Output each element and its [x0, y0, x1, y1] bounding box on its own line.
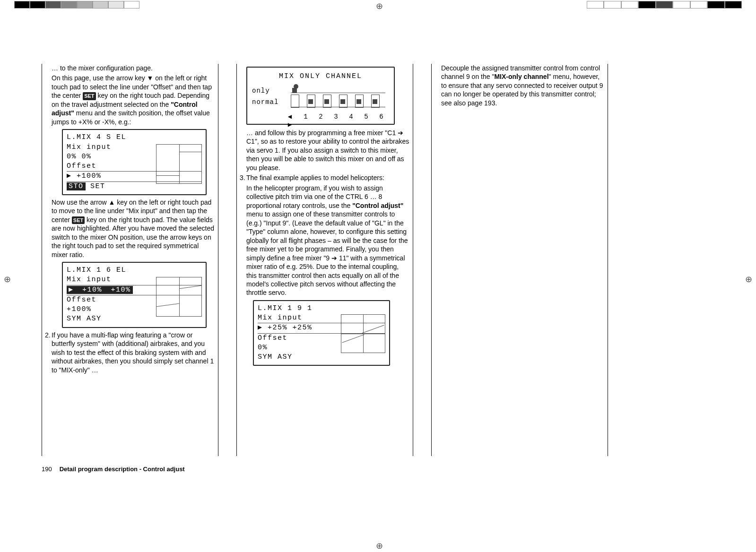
column-2: MIX ONLY CHANNEL only normal: [236, 64, 413, 456]
lcd-label-only: only: [252, 87, 270, 95]
body-text: Now use the arrow ▲ key on the left or r…: [45, 198, 215, 259]
lcd-curve-graph: [341, 314, 385, 353]
lcd-row: L.MIX 1 6 EL: [67, 266, 202, 275]
lcd-screen-lmix1-6el: L.MIX 1 6 EL Mix input ▶ +10% +10% Offse…: [62, 262, 207, 328]
body-text: … to the mixer configuration page.: [45, 64, 215, 72]
lcd-sto-button: STO: [67, 182, 86, 190]
list-number: 3.: [240, 173, 246, 182]
registration-mark-icon: ⊕: [745, 274, 752, 285]
list-item-2: 2.If you have a multi-flap wing featurin…: [45, 331, 215, 374]
registration-strip-right: [587, 1, 742, 9]
body-text: Decouple the assigned transmitter contro…: [434, 64, 605, 107]
lcd-screen-lmix1-9to1: L.MIX 1 9 1 Mix input ▶ +25% +25% Offset…: [253, 300, 390, 366]
body-text: In the helicopter program, if you wish t…: [240, 184, 410, 297]
lcd-set-label: SET: [86, 182, 105, 190]
lcd-title: MIX ONLY CHANNEL: [252, 72, 389, 80]
registration-mark-icon: ⊕: [376, 1, 383, 11]
text: menu and the switch position, the offset…: [52, 109, 210, 125]
registration-mark-icon: ⊕: [376, 541, 383, 551]
set-key-tag: SET: [72, 216, 85, 224]
arrow-left-icon: ◀: [287, 112, 294, 121]
registration-strip-left: [14, 1, 139, 9]
footer-title: Detail program description - Control adj…: [60, 466, 185, 473]
arrow-right-icon: ▶: [287, 121, 294, 129]
lcd-row: L.MIX 1 9 1: [258, 304, 385, 313]
bold-text: "Control adjust": [352, 202, 403, 209]
page: ⊕ ⊕ ⊕ ⊕ … to the mixer configuration pag…: [0, 0, 756, 552]
page-number: 190: [42, 466, 58, 473]
text: If you have a multi-flap wing featuring …: [52, 331, 214, 374]
body-text: On this page, use the arrow key ▼ on the…: [45, 74, 215, 126]
content-area: … to the mixer configuration page. On th…: [42, 64, 659, 536]
lcd-screen-mix-only-channel: MIX ONLY CHANNEL only normal: [246, 67, 395, 125]
text: menu to assign one of these transmitter …: [246, 210, 408, 296]
lcd-curve-graph: [156, 277, 202, 317]
column-1: … to the mixer configuration page. On th…: [42, 64, 218, 456]
list-item-3: 3.The final example applies to model hel…: [240, 173, 410, 182]
lcd-slider-track: [291, 88, 385, 111]
page-footer: 190 Detail program description - Control…: [42, 466, 185, 536]
lcd-curve-graph: [156, 144, 202, 184]
lcd-row: L.MIX 4 S EL: [67, 133, 202, 142]
lcd-screen-lmix4: L.MIX 4 S EL Mix input 0% 0% Offset ▶ +1…: [62, 129, 207, 195]
registration-mark-icon: ⊕: [4, 274, 11, 285]
text: The final example applies to model helic…: [246, 174, 384, 181]
lcd-channel-numbers: ◀ 123456 ▶: [287, 112, 391, 129]
bold-text: MIX-only channel: [494, 73, 548, 80]
lcd-row: SYM ASY: [258, 353, 385, 362]
body-text: … and follow this by programming a free …: [240, 129, 410, 172]
list-number: 2.: [45, 331, 52, 339]
lcd-label-normal: normal: [252, 98, 278, 106]
set-key-tag: SET: [83, 92, 96, 100]
column-3: Decouple the assigned transmitter contro…: [431, 64, 608, 456]
